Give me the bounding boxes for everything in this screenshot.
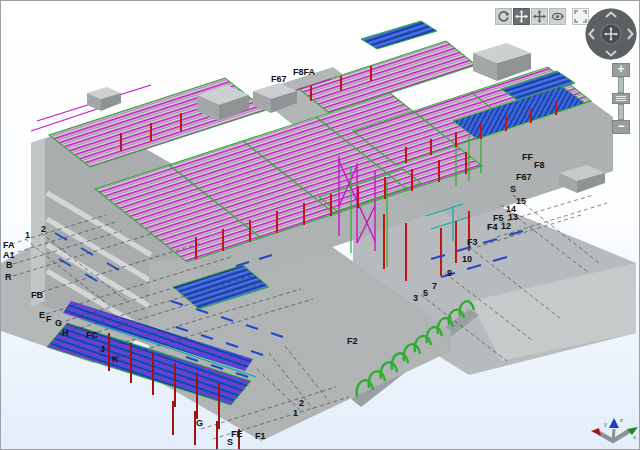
zoom-out-button[interactable]: − <box>612 120 630 134</box>
pan-alt-button[interactable] <box>531 8 548 25</box>
grid-label: E <box>39 310 45 320</box>
grid-label: F8FA <box>293 67 316 77</box>
zoom-in-button[interactable]: + <box>612 63 630 77</box>
spin-orbit-icon <box>551 10 564 23</box>
grid-label: A1 <box>3 250 15 260</box>
z-axis-cone <box>609 418 619 428</box>
grid-label: 5 <box>423 288 428 298</box>
grid-label: 9 <box>447 268 452 278</box>
grid-label: 12 <box>501 221 511 231</box>
grid-label: G <box>55 318 62 328</box>
grid-label: F3 <box>467 237 478 247</box>
spin-button[interactable] <box>549 8 566 25</box>
x-axis-arrow <box>591 428 601 436</box>
zoom-slider-track[interactable] <box>618 77 624 93</box>
grid-label: 2 <box>299 398 304 408</box>
zoom-slider: + − <box>611 63 631 134</box>
grid-label: 1 <box>293 408 298 418</box>
grid-label: F67 <box>516 172 532 182</box>
grid-label: F2 <box>347 336 358 346</box>
navigation-wheel[interactable] <box>584 7 638 61</box>
grid-label: B <box>6 260 13 270</box>
grid-label: FA <box>3 240 15 250</box>
view-toolbar <box>495 8 589 25</box>
grid-label: R <box>5 272 12 282</box>
viewport[interactable]: 12FAA1BRFBEFGHFCJKF67F8FAFFF8F67S1514F51… <box>0 0 640 450</box>
zoom-slider-track[interactable] <box>618 104 624 120</box>
grid-label: F4 <box>487 222 498 232</box>
x-axis-label: x <box>633 434 636 440</box>
grid-label: K <box>112 354 119 364</box>
grid-label: FF <box>522 152 533 162</box>
y-axis-label: y <box>604 421 607 427</box>
grid-label: F <box>46 314 52 324</box>
grid-label: 1 <box>25 230 30 240</box>
grid-label: G <box>196 418 203 428</box>
grid-label: S <box>227 437 233 447</box>
zoom-slider-thumb[interactable] <box>612 93 630 104</box>
grid-label: 10 <box>462 254 472 264</box>
grid-label: F67 <box>271 74 287 84</box>
axis-triad-icon: y z x <box>589 415 639 449</box>
orbit-button[interactable] <box>495 8 512 25</box>
grid-label: 2 <box>41 224 46 234</box>
grid-label: 15 <box>516 196 526 206</box>
orbit-icon <box>497 10 510 23</box>
pan-icon <box>515 10 528 23</box>
grid-label: J <box>100 344 105 354</box>
grid-label: S <box>510 184 516 194</box>
z-axis-label: z <box>620 417 623 423</box>
pan-alt-icon <box>533 10 546 23</box>
grid-label: FB <box>31 290 43 300</box>
grid-label: H <box>62 328 69 338</box>
grid-label: F1 <box>255 431 266 441</box>
pan-button[interactable] <box>513 8 530 25</box>
model-canvas[interactable]: 12FAA1BRFBEFGHFCJKF67F8FAFFF8F67S1514F51… <box>1 1 640 450</box>
grid-label: F8 <box>534 160 545 170</box>
grid-label: 7 <box>432 281 437 291</box>
grid-label: 3 <box>413 293 418 303</box>
grid-label: FC <box>86 330 98 340</box>
